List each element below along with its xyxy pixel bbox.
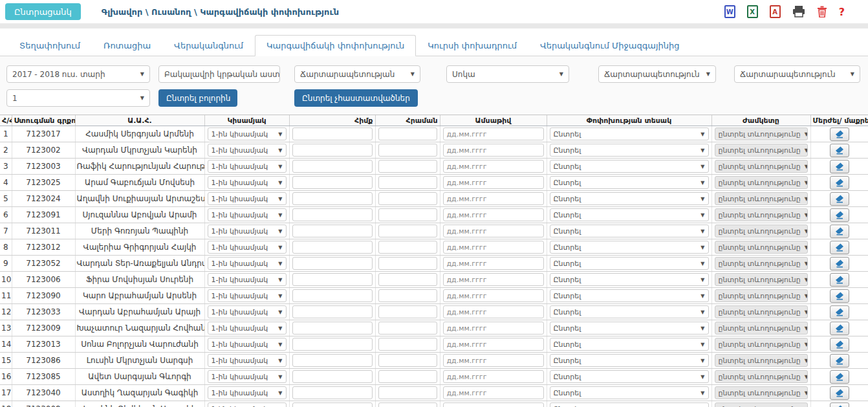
reject-clear-button[interactable] <box>830 208 849 222</box>
order-input[interactable] <box>378 338 437 351</box>
reject-clear-button[interactable] <box>830 289 849 303</box>
pdf-export-icon[interactable]: A <box>770 5 781 18</box>
order-input[interactable] <box>378 144 437 157</box>
course-select[interactable]: 1 ▼ <box>6 89 150 107</box>
help-icon[interactable]: ? <box>839 6 845 18</box>
duration-select[interactable]: ընտրել տևողությունը ▼ <box>715 370 808 383</box>
basis-input[interactable] <box>292 241 373 254</box>
date-input[interactable] <box>443 386 544 399</box>
order-input[interactable] <box>378 192 437 205</box>
basis-input[interactable] <box>292 354 373 367</box>
duration-select[interactable]: ընտրել տևողությունը ▼ <box>715 305 808 318</box>
chair-select[interactable]: Սոկա ▼ <box>446 65 569 83</box>
order-input[interactable] <box>378 354 437 367</box>
order-input[interactable] <box>378 305 437 318</box>
semester-select[interactable]: 1-ին կիսամյակ ▼ <box>208 289 287 302</box>
date-input[interactable] <box>443 289 544 302</box>
specialization-select[interactable]: Ճարտարապետություն ▼ <box>734 65 860 83</box>
word-export-icon[interactable]: W <box>724 5 735 18</box>
degree-select[interactable]: Բակալավրի կրթական աստիճան ▼ <box>158 65 280 83</box>
order-input[interactable] <box>378 322 437 335</box>
reject-clear-button[interactable] <box>830 322 849 335</box>
print-icon[interactable] <box>792 6 805 17</box>
basis-input[interactable] <box>292 289 373 302</box>
basis-input[interactable] <box>292 305 373 318</box>
change-type-select[interactable]: Ընտրել ▼ <box>550 338 709 351</box>
date-input[interactable] <box>443 370 544 383</box>
change-type-select[interactable]: Ընտրել ▼ <box>550 386 709 399</box>
change-type-select[interactable]: Ընտրել ▼ <box>550 370 709 383</box>
duration-select[interactable]: ընտրել տևողությունը ▼ <box>715 160 808 173</box>
menu-button[interactable]: Ընտրացանկ <box>5 3 81 20</box>
basis-input[interactable] <box>292 192 373 205</box>
basis-input[interactable] <box>292 273 373 286</box>
duration-select[interactable]: ընտրել տևողությունը ▼ <box>715 192 808 205</box>
duration-select[interactable]: ընտրել տևողությունը ▼ <box>715 176 808 189</box>
change-type-select[interactable]: Ընտրել ▼ <box>550 144 709 157</box>
faculty-select[interactable]: Ճարտարապետության ▼ <box>294 65 420 83</box>
change-type-select[interactable]: Ընտրել ▼ <box>550 176 709 189</box>
duration-select[interactable]: ընտրել տևողությունը ▼ <box>715 225 808 237</box>
order-input[interactable] <box>378 386 437 399</box>
change-type-select[interactable]: Ընտրել ▼ <box>550 305 709 318</box>
semester-select[interactable]: 1-ին կիսամյակ ▼ <box>208 305 287 318</box>
duration-select[interactable]: ընտրել տևողությունը ▼ <box>715 127 808 140</box>
basis-input[interactable] <box>292 127 373 140</box>
tab-reinstatement-international[interactable]: Վերականգնում Միջազգայինից <box>528 35 691 56</box>
duration-select[interactable]: ընտրել տևողությունը ▼ <box>715 338 808 351</box>
excel-export-icon[interactable]: X <box>747 5 758 18</box>
duration-select[interactable]: ընտրել տևողությունը ▼ <box>715 402 808 407</box>
order-input[interactable] <box>378 370 437 383</box>
semester-select[interactable]: 1-ին կիսամյակ ▼ <box>208 241 287 254</box>
semester-select[interactable]: 1-ին կիսամյակ ▼ <box>208 338 287 351</box>
semester-select[interactable]: 1-ին կիսամյակ ▼ <box>208 273 287 286</box>
duration-select[interactable]: ընտրել տևողությունը ▼ <box>715 273 808 286</box>
date-input[interactable] <box>443 257 544 270</box>
change-type-select[interactable]: Ընտրել ▼ <box>550 322 709 335</box>
date-input[interactable] <box>443 208 544 221</box>
date-input[interactable] <box>443 354 544 367</box>
duration-select[interactable]: ընտրել տևողությունը ▼ <box>715 386 808 399</box>
semester-select[interactable]: 1-ին կիսամյակ ▼ <box>208 192 287 205</box>
reject-clear-button[interactable] <box>830 241 849 254</box>
basis-input[interactable] <box>292 338 373 351</box>
basis-input[interactable] <box>292 322 373 335</box>
reject-clear-button[interactable] <box>830 176 849 190</box>
date-input[interactable] <box>443 144 544 157</box>
semester-select[interactable]: 1-ին կիսամյակ ▼ <box>208 370 287 383</box>
reject-clear-button[interactable] <box>830 370 849 384</box>
tab-reinstatement[interactable]: Վերականգնում <box>162 35 255 56</box>
select-all-button[interactable]: Ընտրել բոլորին <box>158 89 237 107</box>
date-input[interactable] <box>443 192 544 205</box>
date-input[interactable] <box>443 305 544 318</box>
order-input[interactable] <box>378 176 437 189</box>
basis-input[interactable] <box>292 370 373 383</box>
basis-input[interactable] <box>292 208 373 221</box>
semester-select[interactable]: 1-ին կիսամյակ ▼ <box>208 402 287 407</box>
reject-clear-button[interactable] <box>830 225 849 238</box>
reject-clear-button[interactable] <box>830 402 849 407</box>
duration-select[interactable]: ընտրել տևողությունը ▼ <box>715 354 808 367</box>
reject-clear-button[interactable] <box>830 144 849 157</box>
tab-status-change[interactable]: Կարգավիճակի փոփոխություն <box>255 35 416 56</box>
order-input[interactable] <box>378 225 437 237</box>
order-input[interactable] <box>378 402 437 407</box>
order-input[interactable] <box>378 208 437 221</box>
change-type-select[interactable]: Ընտրել ▼ <box>550 160 709 173</box>
delete-icon[interactable] <box>817 6 827 17</box>
reject-clear-button[interactable] <box>830 386 849 400</box>
duration-select[interactable]: ընտրել տևողությունը ▼ <box>715 322 808 335</box>
duration-select[interactable]: ընտրել տևողությունը ▼ <box>715 241 808 254</box>
semester-select[interactable]: 1-ին կիսամյակ ▼ <box>208 208 287 221</box>
order-input[interactable] <box>378 273 437 286</box>
semester-select[interactable]: 1-ին կիսամյակ ▼ <box>208 225 287 237</box>
change-type-select[interactable]: Ընտրել ▼ <box>550 354 709 367</box>
basis-input[interactable] <box>292 386 373 399</box>
date-input[interactable] <box>443 273 544 286</box>
semester-select[interactable]: 1-ին կիսամյակ ▼ <box>208 322 287 335</box>
date-input[interactable] <box>443 322 544 335</box>
basis-input[interactable] <box>292 402 373 407</box>
change-type-select[interactable]: Ընտրել ▼ <box>550 289 709 302</box>
semester-select[interactable]: 1-ին կիսամյակ ▼ <box>208 354 287 367</box>
reject-clear-button[interactable] <box>830 160 849 173</box>
